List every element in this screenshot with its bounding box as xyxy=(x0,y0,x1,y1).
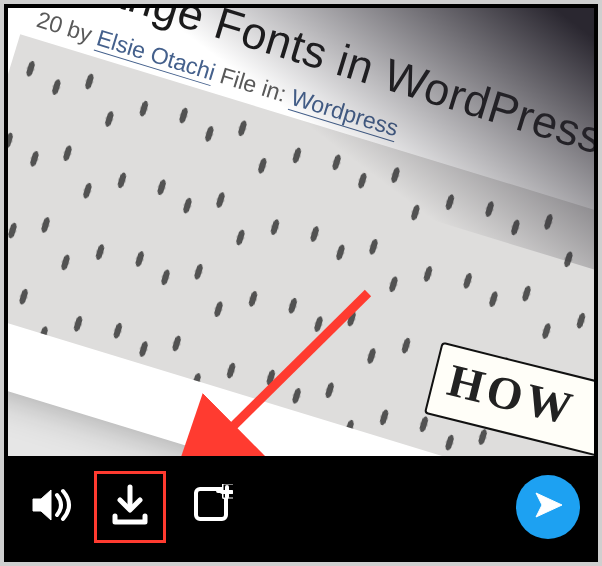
volume-icon xyxy=(29,485,77,529)
add-to-story-icon xyxy=(191,484,233,530)
screenshot-frame: r Time is part of Google's Family Link s… xyxy=(0,0,602,566)
download-icon xyxy=(110,484,150,530)
send-button[interactable] xyxy=(510,471,586,543)
send-icon xyxy=(532,489,564,525)
snap-toolbar xyxy=(8,456,594,558)
add-to-story-button[interactable] xyxy=(176,471,248,543)
sound-toggle-button[interactable] xyxy=(16,471,90,543)
download-button[interactable] xyxy=(94,471,166,543)
send-circle xyxy=(516,475,580,539)
